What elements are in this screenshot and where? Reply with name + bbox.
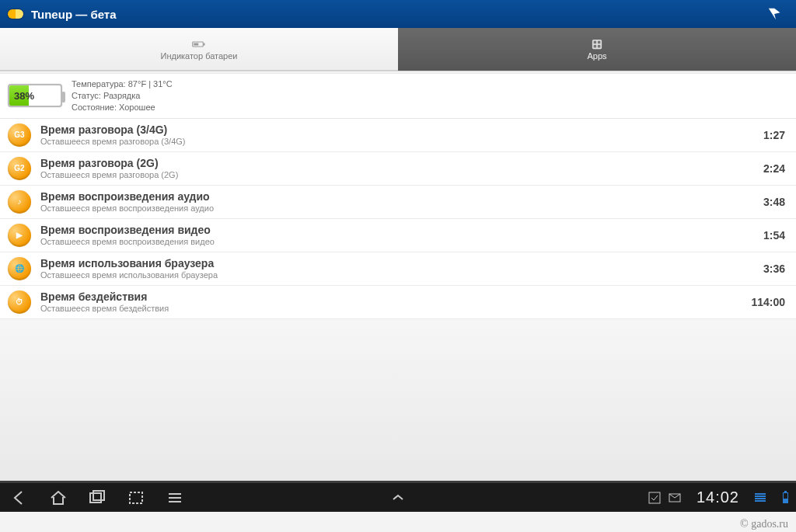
item-subtitle: Оставшееся время разговора (2G) [40,170,754,179]
usage-list: G3Время разговора (3/4G)Оставшееся время… [0,119,796,319]
item-icon: ⏱ [8,290,31,314]
svg-rect-8 [90,493,101,502]
empty-area [0,319,796,482]
item-icon: 🌐 [8,257,31,280]
back-button[interactable] [762,0,790,28]
battery-summary: 38% Температура: 87°F | 31°C Статус: Раз… [0,73,796,119]
nav-recent-button[interactable] [86,486,109,509]
item-title: Время разговора (2G) [40,157,754,169]
mail-icon [669,492,681,504]
svg-rect-11 [649,492,660,503]
item-value: 2:24 [763,162,785,175]
svg-rect-6 [594,44,597,47]
battery-temp-label: Температура: [72,79,126,89]
battery-health-value: Хорошее [119,103,155,112]
item-title: Время использования браузера [40,257,754,269]
battery-icon: 38% [8,84,62,107]
item-value: 3:36 [763,263,785,275]
list-item[interactable]: ▶Время воспроизведения видеоОставшееся в… [0,219,796,252]
svg-rect-5 [598,40,601,43]
nav-menu-button[interactable] [163,486,187,509]
svg-rect-4 [594,40,597,43]
item-icon: G2 [8,157,31,180]
svg-rect-7 [598,44,601,47]
item-subtitle: Оставшееся время воспроизведения аудио [40,203,754,213]
item-title: Время воспроизведения аудио [40,190,754,203]
item-icon: ♪ [8,190,31,214]
item-subtitle: Оставшееся время разговора (3/4G) [40,137,754,146]
watermark: © gados.ru [740,518,788,530]
app-title: Tuneup — бета [31,8,762,21]
item-value: 114:00 [751,296,785,308]
tab-battery-indicator[interactable]: Индикатор батареи [0,28,398,71]
item-value: 1:27 [763,129,785,141]
list-item[interactable]: G2Время разговора (2G)Оставшееся время р… [0,152,796,186]
battery-details: Температура: 87°F | 31°C Статус: Разрядк… [72,78,173,113]
nav-back-button[interactable] [8,486,31,509]
tab-apps[interactable]: Apps [398,28,796,71]
svg-rect-9 [93,491,104,500]
battery-tab-icon [192,39,206,50]
item-icon: ▶ [8,224,31,247]
app-titlebar: Tuneup — бета [0,0,796,28]
item-subtitle: Оставшееся время бездействия [40,304,742,313]
tab-battery-label: Индикатор батареи [160,51,237,61]
list-item[interactable]: ⏱Время бездействияОставшееся время безде… [0,286,796,319]
svg-rect-2 [194,43,198,45]
tab-bar: Индикатор батареи Apps [0,28,796,71]
battery-status-label: Статус: [72,91,101,100]
nav-expand-button[interactable] [386,486,410,509]
nav-screenshot-button[interactable] [124,486,148,509]
app-icon [8,9,23,19]
item-value: 1:54 [763,229,785,242]
item-value: 3:48 [763,196,785,208]
clock[interactable]: 14:02 [696,489,739,506]
tab-apps-label: Apps [587,51,606,61]
battery-status-icon [783,492,788,503]
status-tray[interactable] [648,492,681,504]
svg-rect-10 [130,492,142,503]
apps-tab-icon [590,39,604,50]
item-subtitle: Оставшееся время воспроизведения видео [40,237,754,246]
battery-status-value: Разрядка [103,91,141,100]
list-item[interactable]: 🌐Время использования браузераОставшееся … [0,252,796,286]
battery-temp-value: 87°F | 31°C [128,79,173,89]
battery-percent: 38% [14,90,34,102]
list-item[interactable]: ♪Время воспроизведения аудиоОставшееся в… [0,186,796,219]
item-title: Время разговора (3/4G) [40,123,754,136]
svg-rect-1 [204,43,205,45]
back-arrow-icon [767,5,784,23]
battery-health-label: Состояние: [72,103,117,112]
item-subtitle: Оставшееся время использования браузера [40,270,754,280]
list-item[interactable]: G3Время разговора (3/4G)Оставшееся время… [0,119,796,152]
checkbox-icon [648,492,661,504]
nav-home-button[interactable] [47,486,70,509]
wifi-icon [755,493,766,502]
system-navbar: 14:02 [0,481,796,512]
item-title: Время бездействия [40,290,742,303]
item-icon: G3 [8,123,31,147]
item-title: Время воспроизведения видео [40,224,754,236]
